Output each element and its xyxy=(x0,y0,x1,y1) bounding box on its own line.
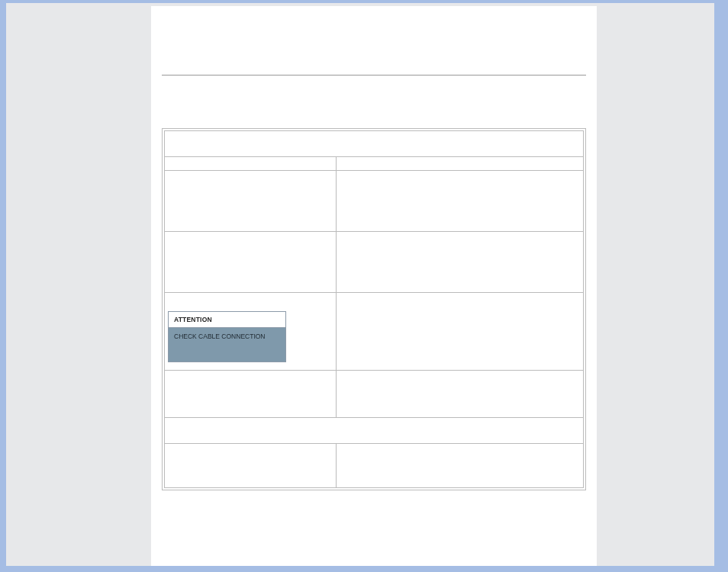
troubleshooting-table-wrap: ATTENTION CHECK CABLE CONNECTION xyxy=(162,128,586,490)
table-cell xyxy=(165,371,337,418)
table-cell xyxy=(337,371,584,418)
page-content: ATTENTION CHECK CABLE CONNECTION xyxy=(162,6,586,566)
table-cell xyxy=(165,232,337,293)
table-cell xyxy=(165,171,337,232)
osd-body: CHECK CABLE CONNECTION xyxy=(169,328,285,362)
table-cell xyxy=(337,232,584,293)
troubleshooting-table: ATTENTION CHECK CABLE CONNECTION xyxy=(164,130,584,488)
table-cell xyxy=(337,293,584,371)
table-header-cell xyxy=(337,157,584,171)
table-merged-row xyxy=(165,131,584,157)
table-cell xyxy=(337,171,584,232)
window-frame: ATTENTION CHECK CABLE CONNECTION xyxy=(0,0,728,572)
osd-cell: ATTENTION CHECK CABLE CONNECTION xyxy=(165,293,337,371)
table-cell xyxy=(337,444,584,488)
document-background: ATTENTION CHECK CABLE CONNECTION xyxy=(6,3,714,566)
horizontal-rule xyxy=(162,75,586,76)
osd-message-box: ATTENTION CHECK CABLE CONNECTION xyxy=(168,311,286,362)
osd-title: ATTENTION xyxy=(169,312,285,328)
table-header-cell xyxy=(165,157,337,171)
document-page: ATTENTION CHECK CABLE CONNECTION xyxy=(151,6,597,566)
table-merged-row xyxy=(165,418,584,444)
table-cell xyxy=(165,444,337,488)
